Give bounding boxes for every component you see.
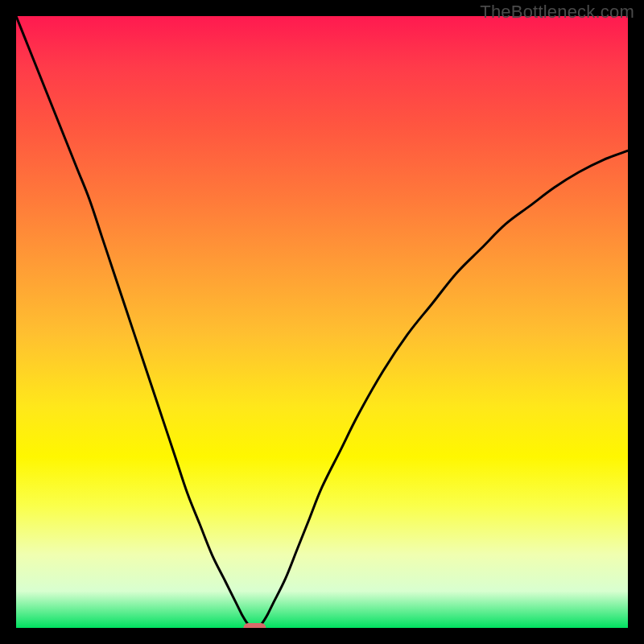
watermark-text: TheBottleneck.com [480, 2, 634, 23]
chart-frame [16, 16, 628, 628]
optimal-point-marker [243, 623, 266, 628]
plot-area [16, 16, 628, 628]
curve-layer [16, 16, 628, 628]
bottleneck-curve [16, 16, 628, 628]
